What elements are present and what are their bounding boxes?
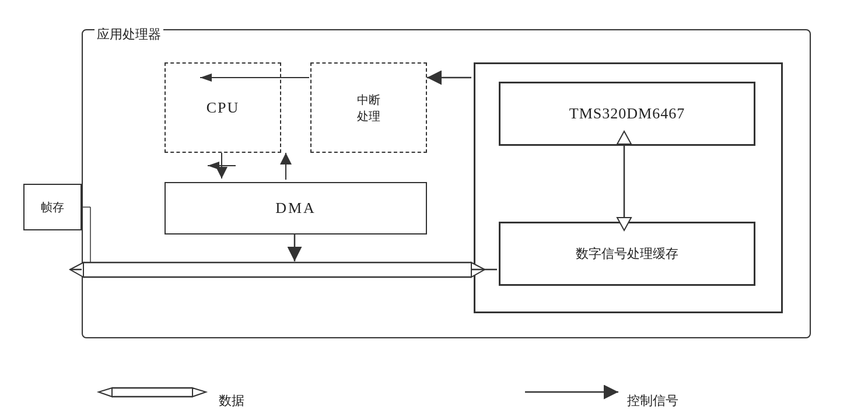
- legend-data-label: 数据: [219, 392, 244, 410]
- app-processor-label: 应用处理器: [94, 26, 163, 43]
- legend-control-label: 控制信号: [627, 392, 678, 410]
- legend-data-arrow-left: [99, 388, 112, 397]
- interrupt-label: 中断处理: [357, 92, 380, 124]
- legend-data-arrow-right: [192, 388, 206, 397]
- interrupt-box: 中断处理: [310, 62, 427, 153]
- cpu-box: CPU: [164, 62, 281, 153]
- app-processor-box: 应用处理器 CPU 中断处理 DMA TMS320DM6467 数字信号处理缓存: [82, 29, 811, 338]
- dsp-buffer-label: 数字信号处理缓存: [576, 245, 678, 262]
- cpu-label: CPU: [206, 99, 240, 117]
- dma-box: DMA: [164, 182, 427, 235]
- diagram-container: 应用处理器 CPU 中断处理 DMA TMS320DM6467 数字信号处理缓存…: [23, 12, 840, 385]
- dma-label: DMA: [275, 200, 316, 217]
- dsp-buffer-box: 数字信号处理缓存: [499, 222, 755, 286]
- frame-buffer-label: 帧存: [41, 200, 64, 215]
- tms-label: TMS320DM6467: [569, 105, 685, 123]
- tms-box: TMS320DM6467: [499, 82, 755, 146]
- frame-buffer-box: 帧存: [23, 184, 82, 230]
- dsp-box: TMS320DM6467 数字信号处理缓存: [474, 62, 783, 313]
